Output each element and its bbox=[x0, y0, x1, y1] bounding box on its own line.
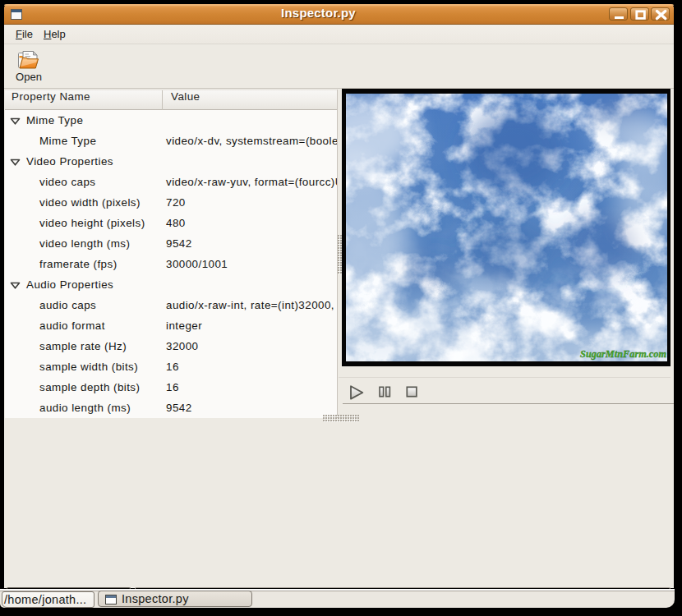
svg-text:SugarMtnFarm.com: SugarMtnFarm.com bbox=[580, 348, 666, 360]
